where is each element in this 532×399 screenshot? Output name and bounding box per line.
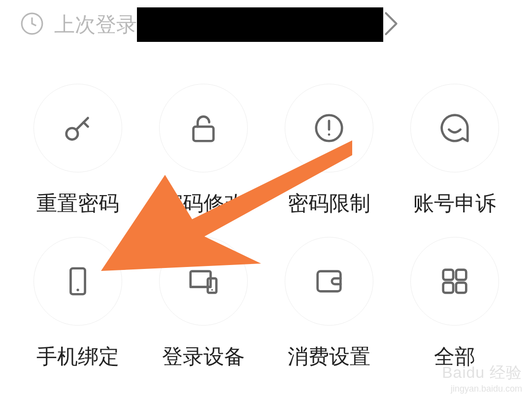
key-icon xyxy=(33,84,122,172)
all-item[interactable]: 全部 xyxy=(397,237,512,370)
devices-icon xyxy=(159,237,248,326)
phone-binding-item[interactable]: 手机绑定 xyxy=(20,237,135,370)
grid-icon xyxy=(410,237,499,326)
item-label: 消费设置 xyxy=(288,343,370,370)
svg-point-11 xyxy=(211,289,213,291)
svg-rect-14 xyxy=(456,270,466,280)
phone-icon xyxy=(33,237,122,326)
login-devices-item[interactable]: 登录设备 xyxy=(145,237,261,370)
account-appeal-item[interactable]: 账号申诉 xyxy=(397,84,512,217)
item-label: 重置密码 xyxy=(36,190,119,217)
chat-smile-icon xyxy=(410,84,499,172)
svg-rect-16 xyxy=(456,283,466,293)
svg-rect-12 xyxy=(317,271,340,292)
item-label: 密码修改 xyxy=(162,190,245,217)
redacted-block xyxy=(137,7,383,42)
clock-icon xyxy=(20,11,54,38)
item-label: 登录设备 xyxy=(162,343,245,370)
svg-rect-2 xyxy=(193,127,213,141)
svg-rect-13 xyxy=(443,270,453,280)
chevron-right-icon xyxy=(383,10,399,39)
alert-circle-icon xyxy=(285,84,373,172)
watermark-main: Baidu 经验 xyxy=(442,362,522,384)
svg-point-7 xyxy=(76,289,79,291)
svg-point-5 xyxy=(328,133,330,136)
password-restriction-item[interactable]: 密码限制 xyxy=(271,84,387,217)
item-label: 账号申诉 xyxy=(413,190,496,217)
watermark-sub: jingyan.baidu.com xyxy=(442,384,522,394)
last-login-label: 上次登录 xyxy=(54,11,137,38)
function-grid: 重置密码 密码修改 密码限制 账号申诉 xyxy=(0,49,532,370)
svg-rect-15 xyxy=(443,283,453,293)
wallet-icon xyxy=(285,237,373,326)
spending-settings-item[interactable]: 消费设置 xyxy=(271,237,387,370)
item-label: 密码限制 xyxy=(288,190,370,217)
last-login-row[interactable]: 上次登录 xyxy=(0,0,532,49)
change-password-item[interactable]: 密码修改 xyxy=(145,84,261,217)
reset-password-item[interactable]: 重置密码 xyxy=(20,84,135,217)
lock-icon xyxy=(159,84,248,172)
item-label: 手机绑定 xyxy=(36,343,119,370)
watermark: Baidu 经验 jingyan.baidu.com xyxy=(442,362,522,394)
